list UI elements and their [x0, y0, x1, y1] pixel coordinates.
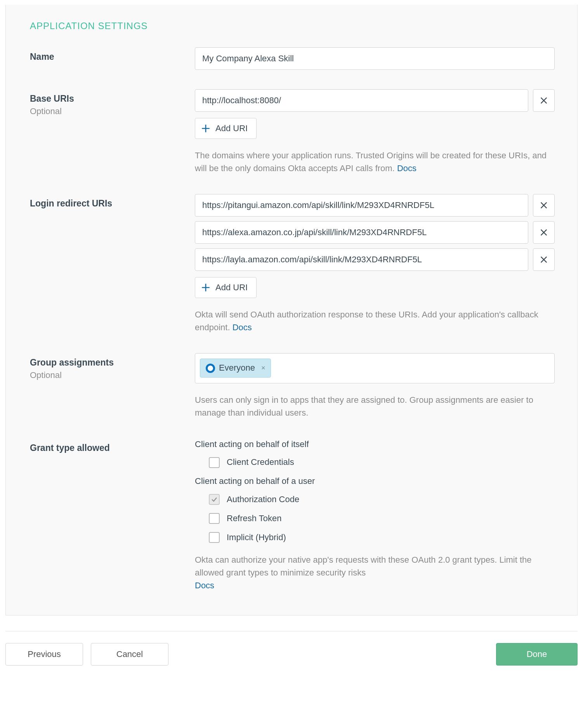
- remove-redirect-button-2[interactable]: [533, 248, 555, 271]
- login-redirect-row: Login redirect URIs Add URI: [30, 194, 555, 334]
- authorization-code-label: Authorization Code: [227, 494, 299, 506]
- implicit-checkbox[interactable]: [209, 532, 220, 543]
- client-credentials-checkbox[interactable]: [209, 457, 220, 468]
- base-uris-help: The domains where your application runs.…: [195, 149, 555, 175]
- login-redirect-input-1[interactable]: [195, 221, 528, 244]
- login-redirect-help: Okta will send OAuth authorization respo…: [195, 308, 555, 334]
- name-label: Name: [30, 50, 195, 63]
- name-row: Name: [30, 47, 555, 70]
- login-redirect-input-0[interactable]: [195, 194, 528, 217]
- base-uris-label: Base URIs: [30, 92, 195, 105]
- group-icon: [206, 364, 215, 373]
- group-assignments-sublabel: Optional: [30, 369, 195, 381]
- close-icon: [540, 96, 548, 105]
- grant-heading-user: Client acting on behalf of a user: [195, 475, 555, 487]
- remove-redirect-button-0[interactable]: [533, 194, 555, 217]
- add-uri-label: Add URI: [215, 283, 248, 293]
- refresh-token-checkbox[interactable]: [209, 513, 220, 524]
- group-assignments-help: Users can only sign in to apps that they…: [195, 393, 555, 419]
- group-assignments-input[interactable]: Everyone ×: [195, 353, 555, 383]
- refresh-token-label: Refresh Token: [227, 513, 281, 525]
- close-icon: [540, 201, 548, 210]
- close-icon: [540, 255, 548, 264]
- check-icon: [211, 496, 218, 503]
- footer: Previous Cancel Done: [5, 643, 578, 666]
- login-redirect-docs-link[interactable]: Docs: [233, 322, 252, 332]
- authorization-code-checkbox: [209, 494, 220, 505]
- application-settings-panel: APPLICATION SETTINGS Name Base URIs Opti…: [5, 5, 578, 615]
- section-title: APPLICATION SETTINGS: [30, 19, 555, 33]
- add-base-uri-button[interactable]: Add URI: [195, 118, 257, 139]
- grant-heading-self: Client acting on behalf of itself: [195, 439, 555, 451]
- login-redirect-input-2[interactable]: [195, 248, 528, 271]
- remove-group-tag[interactable]: ×: [261, 363, 265, 373]
- previous-button[interactable]: Previous: [5, 643, 83, 666]
- implicit-label: Implicit (Hybrid): [227, 532, 286, 544]
- group-assignments-label: Group assignments: [30, 356, 195, 369]
- plus-icon: [201, 283, 211, 293]
- done-button[interactable]: Done: [496, 643, 578, 666]
- grant-type-label: Grant type allowed: [30, 442, 195, 454]
- name-input[interactable]: [195, 47, 555, 70]
- base-uris-row: Base URIs Optional Add URI The domains w…: [30, 89, 555, 175]
- base-uris-sublabel: Optional: [30, 106, 195, 118]
- remove-redirect-button-1[interactable]: [533, 221, 555, 244]
- add-redirect-uri-button[interactable]: Add URI: [195, 277, 257, 298]
- grant-type-docs-link[interactable]: Docs: [195, 581, 214, 590]
- footer-divider: [5, 631, 578, 631]
- grant-type-row: Grant type allowed Client acting on beha…: [30, 439, 555, 592]
- cancel-button[interactable]: Cancel: [91, 643, 168, 666]
- group-assignments-row: Group assignments Optional Everyone × Us…: [30, 353, 555, 419]
- remove-uri-button[interactable]: [533, 89, 555, 112]
- client-credentials-label: Client Credentials: [227, 456, 294, 468]
- group-tag-label: Everyone: [219, 362, 255, 374]
- close-icon: [540, 228, 548, 237]
- group-tag-everyone: Everyone ×: [200, 359, 271, 378]
- login-redirect-label: Login redirect URIs: [30, 197, 195, 210]
- plus-icon: [201, 123, 211, 133]
- add-uri-label: Add URI: [215, 123, 248, 133]
- base-uri-input[interactable]: [195, 89, 528, 112]
- grant-type-help: Okta can authorize your native app's req…: [195, 553, 555, 592]
- base-uris-docs-link[interactable]: Docs: [397, 163, 416, 173]
